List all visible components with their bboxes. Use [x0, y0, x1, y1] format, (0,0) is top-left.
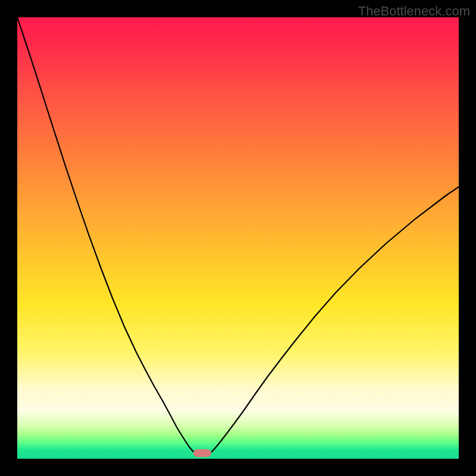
curve-layer [17, 17, 459, 459]
watermark-text: TheBottleneck.com [358, 4, 470, 19]
plot-area [17, 17, 459, 459]
curve-left [17, 17, 194, 452]
bottleneck-marker [193, 449, 211, 457]
curve-right [211, 187, 459, 452]
